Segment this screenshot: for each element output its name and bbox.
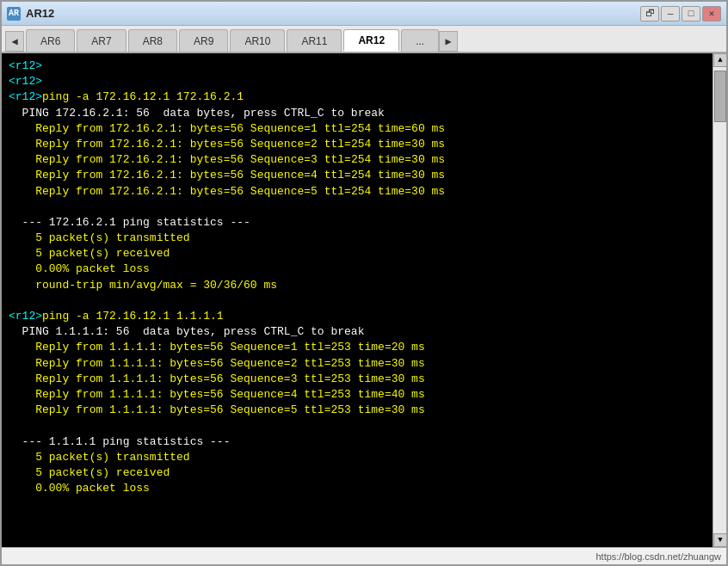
content-area: <r12> <r12> <r12>ping -a 172.16.12.1 172… [2,53,726,547]
close-button[interactable]: ✕ [702,6,721,22]
tab-more[interactable]: ... [401,29,439,52]
scrollbar: ▲ ▼ [713,53,726,547]
maximize-button[interactable]: □ [682,6,700,22]
scrollbar-thumb[interactable] [714,71,726,122]
tab-scroll-right-button[interactable]: ▶ [439,31,458,52]
tab-scroll-left-button[interactable]: ◀ [5,31,24,52]
tab-ar7[interactable]: AR7 [77,29,126,52]
restore-button[interactable]: 🗗 [640,6,659,22]
tab-ar10[interactable]: AR10 [230,29,285,52]
status-bar: https://blog.csdn.net/zhuangw [2,547,726,564]
status-url: https://blog.csdn.net/zhuangw [595,551,721,562]
terminal-output[interactable]: <r12> <r12> <r12>ping -a 172.16.12.1 172… [2,53,713,547]
tab-ar8[interactable]: AR8 [128,29,177,52]
window-title: AR12 [26,7,640,20]
minimize-button[interactable]: — [661,6,680,22]
tab-bar: ◀ AR6 AR7 AR8 AR9 AR10 AR11 AR12 ... ▶ [2,26,726,53]
tab-ar6[interactable]: AR6 [26,29,75,52]
main-window: AR AR12 🗗 — □ ✕ ◀ AR6 AR7 AR8 AR9 AR10 A… [0,0,728,566]
tab-ar12[interactable]: AR12 [343,29,399,52]
scrollbar-track[interactable] [713,67,726,533]
scroll-up-button[interactable]: ▲ [713,53,726,67]
app-icon: AR [7,7,21,21]
tab-ar11[interactable]: AR11 [287,29,342,52]
title-bar: AR AR12 🗗 — □ ✕ [2,2,726,26]
window-controls: 🗗 — □ ✕ [640,6,721,22]
scroll-down-button[interactable]: ▼ [713,533,726,547]
tab-ar9[interactable]: AR9 [179,29,228,52]
